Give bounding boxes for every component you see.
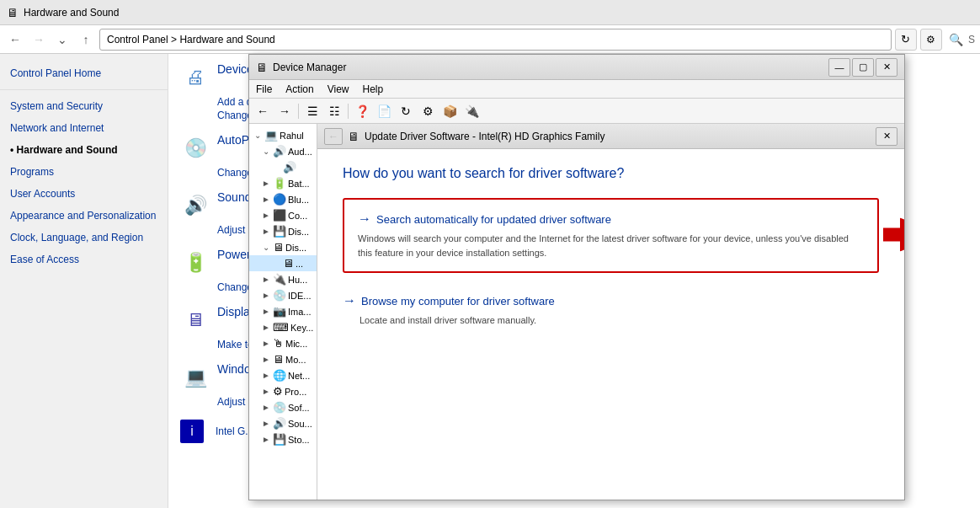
refresh-button[interactable]: ↻ — [895, 29, 917, 51]
tree-sw-icon: 💿 — [273, 401, 286, 414]
dm-close-button[interactable]: ✕ — [876, 58, 897, 77]
dm-detail-btn[interactable]: ☷ — [324, 102, 344, 120]
tree-ide-expand: ► — [261, 291, 271, 301]
sound-title[interactable]: Sound — [217, 190, 251, 204]
forward-button[interactable]: → — [29, 29, 49, 50]
recent-button[interactable]: ⌄ — [52, 29, 72, 50]
sound-icon: 🔊 — [180, 190, 210, 221]
sidebar-item-programs[interactable]: Programs — [0, 161, 168, 183]
tree-imaging-icon: 📷 — [273, 305, 286, 318]
ud-option1-container: → Search automatically for updated drive… — [343, 198, 879, 273]
ud-option2-desc: Locate and install driver software manua… — [360, 313, 879, 328]
tree-item-processors[interactable]: ► ⚙ Pro... — [249, 383, 320, 399]
tree-disk-label: Dis... — [288, 227, 309, 237]
tree-audio-icon: 🔊 — [273, 145, 286, 158]
dm-help-btn[interactable]: ❓ — [352, 102, 372, 120]
dm-forward-btn[interactable]: → — [274, 102, 295, 120]
ud-close-button[interactable]: ✕ — [876, 127, 897, 146]
tree-item-sound[interactable]: ► 🔊 Sou... — [249, 415, 320, 431]
dm-toolbar: ← → ☰ ☷ ❓ 📄 ↻ ⚙ 📦 🔌 — [249, 99, 904, 124]
tree-item-computer[interactable]: ► ⬛ Co... — [249, 207, 320, 223]
ud-back-btn[interactable]: ← — [324, 128, 343, 145]
sidebar-item-system-security[interactable]: System and Security — [0, 95, 168, 117]
tree-disk-icon: 💾 — [273, 225, 286, 238]
sidebar-item-network-internet[interactable]: Network and Internet — [0, 117, 168, 139]
back-button[interactable]: ← — [5, 29, 25, 50]
tree-battery-label: Bat... — [288, 179, 310, 189]
tree-item-battery[interactable]: ► 🔋 Bat... — [249, 175, 320, 191]
dm-toolbar-sep2 — [348, 104, 349, 119]
tree-proc-label: Pro... — [285, 387, 306, 397]
tree-item-storage[interactable]: ► 💾 Sto... — [249, 431, 320, 447]
ud-question: How do you want to search for driver sof… — [343, 166, 879, 181]
sidebar-item-ease-access[interactable]: Ease of Access — [0, 249, 168, 270]
sidebar-item-clock[interactable]: Clock, Language, and Region — [0, 227, 168, 249]
tree-item-hub[interactable]: ► 🔌 Hu... — [249, 271, 320, 287]
ud-option1-arrow: → — [358, 211, 371, 227]
tree-item-imaging[interactable]: ► 📷 Ima... — [249, 303, 320, 319]
dm-menu-file[interactable]: File — [249, 80, 279, 98]
tree-item-ide[interactable]: ► 💿 IDE... — [249, 287, 320, 303]
tree-item-audio-sub[interactable]: 🔊 — [249, 159, 320, 175]
dm-refresh-btn[interactable]: ↻ — [396, 102, 416, 120]
search-icon: 🔍 — [949, 33, 963, 46]
tree-net-icon: 🌐 — [273, 369, 286, 382]
devices-printers-icon: 🖨 — [180, 62, 210, 93]
tree-display-label: Dis... — [285, 243, 306, 253]
dm-properties-btn[interactable]: 📄 — [374, 102, 394, 120]
dm-menu-action[interactable]: Action — [279, 80, 320, 98]
title-bar-icon: 🖥 — [7, 6, 19, 19]
tree-item-audio[interactable]: ⌄ 🔊 Aud... — [249, 143, 320, 159]
dm-list-btn[interactable]: ☰ — [302, 102, 322, 120]
svg-marker-0 — [883, 217, 904, 251]
mobility-icon: 💻 — [180, 362, 210, 393]
tree-item-mice[interactable]: ► 🖱 Mic... — [249, 335, 320, 351]
display-icon: 🖥 — [180, 305, 210, 335]
dm-back-btn[interactable]: ← — [253, 102, 273, 120]
sidebar-item-hardware-sound[interactable]: Hardware and Sound — [0, 139, 168, 161]
dm-rollback-btn[interactable]: 📦 — [439, 102, 460, 120]
dm-maximize-button[interactable]: ▢ — [852, 58, 874, 77]
autoplay-icon: 💿 — [180, 133, 210, 163]
address-box: Control Panel > Hardware and Sound — [99, 29, 892, 51]
tree-hub-label: Hu... — [288, 275, 307, 285]
dm-minimize-button[interactable]: — — [828, 58, 850, 77]
up-button[interactable]: ↑ — [76, 29, 96, 50]
ud-option2-title: → Browse my computer for driver software — [343, 293, 879, 308]
tree-item-software[interactable]: ► 💿 Sof... — [249, 399, 320, 415]
tree-mice-icon: 🖱 — [273, 337, 284, 350]
tree-item-display[interactable]: ⌄ 🖥 Dis... — [249, 239, 320, 255]
tree-mice-expand: ► — [261, 339, 271, 349]
sidebar-divider-1 — [0, 89, 168, 90]
settings-button[interactable]: ⚙ — [920, 29, 942, 51]
tree-kb-label: Key... — [290, 323, 313, 333]
tree-item-network[interactable]: ► 🌐 Net... — [249, 367, 320, 383]
tree-bt-expand: ► — [261, 195, 271, 205]
red-arrow-indicator — [883, 217, 904, 254]
tree-sound-icon: 🔊 — [273, 417, 286, 430]
ud-option2[interactable]: → Browse my computer for driver software… — [343, 285, 879, 336]
tree-imaging-expand: ► — [261, 307, 271, 317]
dm-toolbar-sep1 — [298, 104, 299, 119]
dm-uninstall-btn[interactable]: 🔌 — [461, 102, 482, 120]
tree-ide-label: IDE... — [288, 291, 312, 301]
intel-icon: i — [180, 420, 204, 443]
dm-menu-help[interactable]: Help — [356, 80, 391, 98]
tree-root[interactable]: ⌄ 💻 Rahul — [249, 127, 320, 143]
tree-item-bluetooth[interactable]: ► 🔵 Blu... — [249, 191, 320, 207]
tree-item-disk[interactable]: ► 💾 Dis... — [249, 223, 320, 239]
dm-update-btn[interactable]: ⚙ — [418, 102, 438, 120]
tree-item-keyboard[interactable]: ► ⌨ Key... — [249, 319, 320, 335]
dm-body: ⌄ 💻 Rahul ⌄ 🔊 Aud... 🔊 ► 🔋 Bat... ► — [249, 124, 904, 500]
address-text: Control Panel > Hardware and Sound — [107, 34, 275, 45]
tree-item-monitor[interactable]: ► 🖥 Mo... — [249, 351, 320, 367]
sidebar-item-appearance[interactable]: Appearance and Personalization — [0, 205, 168, 227]
dm-menu-view[interactable]: View — [321, 80, 356, 98]
tree-item-display-sub[interactable]: 🖥 ... — [249, 255, 320, 271]
sidebar-item-control-panel-home[interactable]: Control Panel Home — [0, 62, 168, 84]
sidebar-item-user-accounts[interactable]: User Accounts — [0, 183, 168, 205]
tree-storage-label: Sto... — [288, 435, 310, 445]
dm-tree: ⌄ 💻 Rahul ⌄ 🔊 Aud... 🔊 ► 🔋 Bat... ► — [249, 124, 321, 500]
ud-option1[interactable]: → Search automatically for updated drive… — [343, 198, 879, 273]
power-icon: 🔋 — [180, 248, 210, 278]
